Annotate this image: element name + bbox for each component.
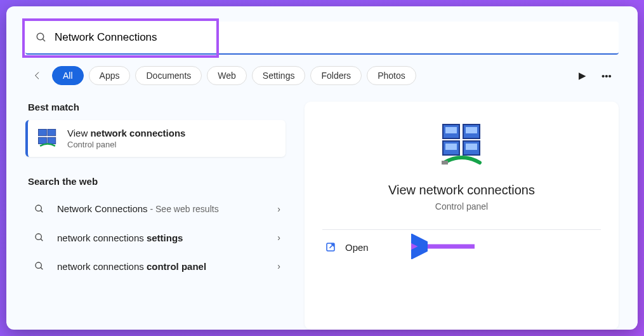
play-icon[interactable]: ▶ xyxy=(573,70,592,81)
filter-apps[interactable]: Apps xyxy=(89,66,131,85)
svg-point-8 xyxy=(36,234,41,239)
search-icon xyxy=(30,232,48,243)
best-match-title: View network connections xyxy=(67,128,185,138)
search-panel: All Apps Documents Web Settings Folders … xyxy=(6,6,638,330)
open-external-icon xyxy=(325,241,336,253)
search-web-header: Search the web xyxy=(25,176,286,187)
filter-settings[interactable]: Settings xyxy=(252,66,306,85)
detail-title: View network connections xyxy=(388,183,535,198)
filter-web[interactable]: Web xyxy=(207,66,247,85)
svg-line-1 xyxy=(43,39,45,41)
network-connections-icon xyxy=(437,121,487,171)
filters-row: All Apps Documents Web Settings Folders … xyxy=(25,66,619,85)
open-action[interactable]: Open xyxy=(322,230,601,264)
svg-line-9 xyxy=(41,239,43,241)
annotation-arrow xyxy=(411,234,481,261)
more-options-icon[interactable]: ••• xyxy=(597,71,616,81)
search-icon xyxy=(30,261,48,271)
svg-rect-4 xyxy=(39,137,47,144)
filter-all[interactable]: All xyxy=(52,66,84,85)
svg-point-0 xyxy=(37,33,44,40)
chevron-right-icon: › xyxy=(277,261,280,271)
svg-rect-5 xyxy=(48,137,56,144)
svg-rect-20 xyxy=(442,161,448,165)
back-button[interactable] xyxy=(28,71,47,81)
svg-point-10 xyxy=(36,262,41,268)
svg-rect-18 xyxy=(445,144,457,150)
search-icon xyxy=(36,32,47,43)
filter-documents[interactable]: Documents xyxy=(135,66,202,85)
best-match-subtitle: Control panel xyxy=(67,140,185,149)
detail-subtitle: Control panel xyxy=(435,201,488,212)
svg-line-7 xyxy=(41,210,43,212)
detail-pane: View network connections Control panel O… xyxy=(305,102,619,330)
search-bar[interactable] xyxy=(25,22,619,55)
open-label: Open xyxy=(345,242,369,253)
svg-rect-2 xyxy=(39,130,47,136)
best-match-header: Best match xyxy=(25,102,286,112)
chevron-right-icon: › xyxy=(277,204,280,214)
best-match-result[interactable]: View network connections Control panel xyxy=(25,120,286,157)
network-connections-icon xyxy=(37,128,58,149)
search-input[interactable] xyxy=(55,31,608,44)
svg-rect-3 xyxy=(48,130,56,136)
web-result-3[interactable]: network connections control panel › xyxy=(25,252,286,281)
web-result-2[interactable]: network connections settings › xyxy=(25,224,286,252)
svg-line-11 xyxy=(41,267,43,269)
chevron-right-icon: › xyxy=(277,232,280,243)
svg-rect-19 xyxy=(466,144,477,150)
web-result-1[interactable]: Network Connections - See web results › xyxy=(25,194,286,224)
results-column: Best match View network connections Cont… xyxy=(25,102,286,330)
svg-rect-17 xyxy=(466,127,477,133)
svg-rect-16 xyxy=(445,127,457,133)
svg-point-6 xyxy=(36,205,41,211)
filter-folders[interactable]: Folders xyxy=(310,66,362,85)
search-icon xyxy=(30,204,48,214)
filter-photos[interactable]: Photos xyxy=(367,66,416,85)
